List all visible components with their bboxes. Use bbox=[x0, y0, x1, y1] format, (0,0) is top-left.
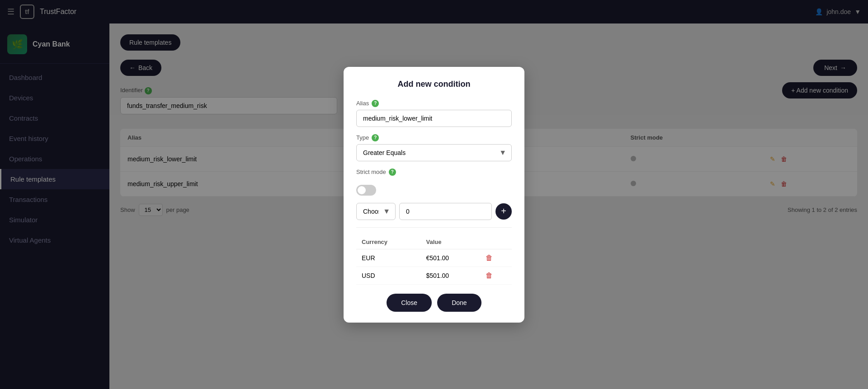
add-currency-row-button[interactable]: + bbox=[495, 203, 512, 220]
close-button[interactable]: Close bbox=[387, 294, 432, 312]
modal-overlay: Add new condition Alias ? Type ? Greater… bbox=[0, 0, 868, 389]
toggle-knob bbox=[358, 186, 366, 194]
value-cell: €501.00 bbox=[421, 249, 480, 267]
modal-footer: Close Done bbox=[356, 294, 512, 312]
done-button[interactable]: Done bbox=[437, 294, 481, 312]
strict-mode-row: Strict mode ? bbox=[356, 169, 512, 176]
modal-type-label: Type ? bbox=[356, 134, 512, 141]
currency-select[interactable]: Choose an option... EUR USD bbox=[356, 203, 396, 220]
modal-title: Add new condition bbox=[356, 80, 512, 89]
alias-help-icon: ? bbox=[372, 100, 379, 107]
modal-strict-mode-label: Strict mode ? bbox=[356, 169, 396, 176]
value-input[interactable] bbox=[399, 203, 492, 220]
currency-table: Currency Value EUR €501.00 🗑 USD $501.00 bbox=[356, 235, 512, 285]
delete-currency-row-button-1[interactable]: 🗑 bbox=[486, 272, 493, 280]
modal-alias-input[interactable] bbox=[356, 110, 512, 127]
modal-add-condition: Add new condition Alias ? Type ? Greater… bbox=[344, 67, 524, 323]
currency-table-row: USD $501.00 🗑 bbox=[356, 267, 512, 284]
currency-col-header: Currency bbox=[356, 235, 421, 249]
currency-table-row: EUR €501.00 🗑 bbox=[356, 249, 512, 267]
modal-alias-label: Alias ? bbox=[356, 100, 512, 107]
type-help-icon: ? bbox=[372, 134, 379, 141]
currency-cell: EUR bbox=[356, 249, 421, 267]
currency-value-row: Choose an option... EUR USD ▼ + bbox=[356, 203, 512, 220]
value-cell: $501.00 bbox=[421, 267, 480, 284]
strict-mode-toggle[interactable] bbox=[356, 185, 376, 196]
value-col-header: Value bbox=[421, 235, 480, 249]
currency-select-wrapper: Choose an option... EUR USD ▼ bbox=[356, 203, 396, 220]
modal-type-select-wrapper: Greater Equals Less Equals Equals Greate… bbox=[356, 144, 512, 161]
strict-mode-help-icon: ? bbox=[389, 169, 396, 176]
modal-type-select[interactable]: Greater Equals Less Equals Equals Greate… bbox=[356, 144, 512, 161]
currency-cell: USD bbox=[356, 267, 421, 284]
delete-currency-row-button-0[interactable]: 🗑 bbox=[486, 254, 493, 262]
